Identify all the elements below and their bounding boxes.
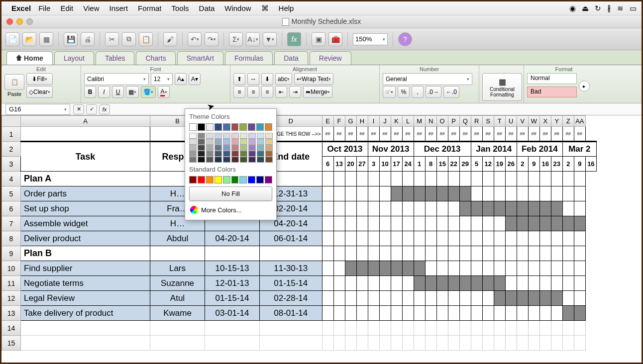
gantt-cell[interactable] <box>322 306 333 321</box>
gantt-cell[interactable] <box>482 201 494 216</box>
task-cell[interactable]: Assemble widget <box>21 216 150 231</box>
gantt-cell[interactable] <box>356 306 368 321</box>
dec-decimal-button[interactable]: ←.0 <box>443 86 459 98</box>
style-bad[interactable]: Bad <box>527 87 577 97</box>
tab-review[interactable]: Review <box>310 51 351 65</box>
enter-fx-button[interactable]: ✓ <box>86 104 97 114</box>
menu-format[interactable]: Format <box>138 4 162 12</box>
gantt-cell[interactable] <box>322 261 333 276</box>
more-colors-button[interactable]: More Colors... <box>189 204 272 216</box>
gantt-cell[interactable] <box>539 261 551 276</box>
row-header-15[interactable]: 15 <box>2 336 21 351</box>
gantt-cell[interactable] <box>345 306 356 321</box>
gantt-cell[interactable] <box>471 186 482 201</box>
gantt-cell[interactable] <box>505 276 517 291</box>
styles-expand-button[interactable]: ▸ <box>579 81 590 91</box>
col-header-K[interactable]: K <box>391 116 402 127</box>
bluetooth-icon[interactable]: ∦ <box>607 4 611 13</box>
row-header-13[interactable]: 13 <box>2 306 21 321</box>
gantt-cell[interactable] <box>356 276 368 291</box>
gantt-cell[interactable] <box>539 231 551 246</box>
gantt-cell[interactable] <box>448 291 459 306</box>
resp-cell[interactable]: Kwame <box>150 306 205 321</box>
gantt-cell[interactable] <box>414 276 425 291</box>
end-cell[interactable]: 11-30-13 <box>260 261 322 276</box>
tab-tables[interactable]: Tables <box>96 51 134 65</box>
start-cell[interactable]: 01-15-14 <box>205 291 260 306</box>
end-cell[interactable]: 06-01-14 <box>260 231 322 246</box>
gantt-cell[interactable] <box>391 306 402 321</box>
align-center-button[interactable]: ≡ <box>247 86 259 98</box>
gantt-cell[interactable] <box>402 291 414 306</box>
resp-cell[interactable]: Lars <box>150 261 205 276</box>
start-cell[interactable]: 12-01-13 <box>205 276 260 291</box>
gantt-cell[interactable] <box>574 291 585 306</box>
undo-button[interactable]: ↶▾ <box>188 32 202 46</box>
row-header-4[interactable]: 4 <box>2 172 21 186</box>
gantt-cell[interactable] <box>345 186 356 201</box>
gantt-cell[interactable] <box>414 291 425 306</box>
col-header-M[interactable]: M <box>414 116 425 127</box>
gantt-cell[interactable] <box>482 276 494 291</box>
gantt-cell[interactable] <box>414 186 425 201</box>
fx-icon[interactable]: fx <box>99 104 110 114</box>
menu-insert[interactable]: Insert <box>109 4 128 12</box>
italic-button[interactable]: I <box>98 86 110 98</box>
task-cell[interactable]: Order parts <box>21 186 150 201</box>
eject-icon[interactable]: ⏏ <box>582 4 589 13</box>
menu-file[interactable]: File <box>38 4 50 12</box>
gantt-cell[interactable] <box>459 276 471 291</box>
gantt-cell[interactable] <box>333 216 345 231</box>
gantt-cell[interactable] <box>494 276 505 291</box>
gantt-cell[interactable] <box>551 306 562 321</box>
font-size-select[interactable]: 12▾ <box>151 73 173 85</box>
gantt-cell[interactable] <box>368 216 379 231</box>
bold-button[interactable]: B <box>84 86 96 98</box>
col-header-W[interactable]: W <box>528 116 539 127</box>
indent-dec-button[interactable]: ⇤ <box>275 86 287 98</box>
wifi-icon[interactable]: ≋ <box>617 4 624 13</box>
gantt-cell[interactable] <box>574 276 585 291</box>
gantt-cell[interactable] <box>322 291 333 306</box>
gantt-cell[interactable] <box>391 261 402 276</box>
gantt-cell[interactable] <box>368 231 379 246</box>
gantt-cell[interactable] <box>459 291 471 306</box>
gantt-cell[interactable] <box>425 291 436 306</box>
col-header-R[interactable]: R <box>471 116 482 127</box>
gantt-cell[interactable] <box>368 201 379 216</box>
col-header-O[interactable]: O <box>436 116 448 127</box>
gantt-cell[interactable] <box>368 261 379 276</box>
gantt-cell[interactable] <box>459 261 471 276</box>
plan-cell[interactable]: Plan B <box>21 246 150 261</box>
gantt-cell[interactable] <box>345 276 356 291</box>
gantt-cell[interactable] <box>425 261 436 276</box>
gantt-cell[interactable] <box>459 306 471 321</box>
align-right-button[interactable]: ≡ <box>261 86 273 98</box>
align-left-button[interactable]: ≡ <box>233 86 245 98</box>
gantt-cell[interactable] <box>356 261 368 276</box>
redo-button[interactable]: ↷▾ <box>205 32 218 46</box>
conditional-formatting-button[interactable]: ▦ Conditional Formatting <box>482 73 522 101</box>
resp-cell[interactable]: Abdul <box>150 231 205 246</box>
indent-inc-button[interactable]: ⇥ <box>289 86 301 98</box>
task-cell[interactable]: Set up shop <box>21 201 150 216</box>
row-header-9[interactable]: 9 <box>2 246 21 261</box>
gantt-cell[interactable] <box>379 201 391 216</box>
gantt-cell[interactable] <box>551 231 562 246</box>
menu-edit[interactable]: Edit <box>60 4 73 12</box>
col-header-Y[interactable]: Y <box>551 116 562 127</box>
gantt-cell[interactable] <box>482 216 494 231</box>
gantt-cell[interactable] <box>494 186 505 201</box>
name-box[interactable]: G16▾ <box>5 104 70 115</box>
sync-icon[interactable]: ↻ <box>595 4 601 13</box>
gantt-cell[interactable] <box>562 201 574 216</box>
menu-help[interactable]: Help <box>279 4 294 12</box>
gantt-cell[interactable] <box>402 306 414 321</box>
gantt-cell[interactable] <box>574 201 585 216</box>
sort-button[interactable]: A↓▾ <box>246 32 260 46</box>
row-header-14[interactable]: 14 <box>2 321 21 336</box>
paste-big-button[interactable]: 📋 <box>4 74 24 90</box>
gantt-cell[interactable] <box>528 216 539 231</box>
row-header-6[interactable]: 6 <box>2 201 21 216</box>
gantt-cell[interactable] <box>436 276 448 291</box>
